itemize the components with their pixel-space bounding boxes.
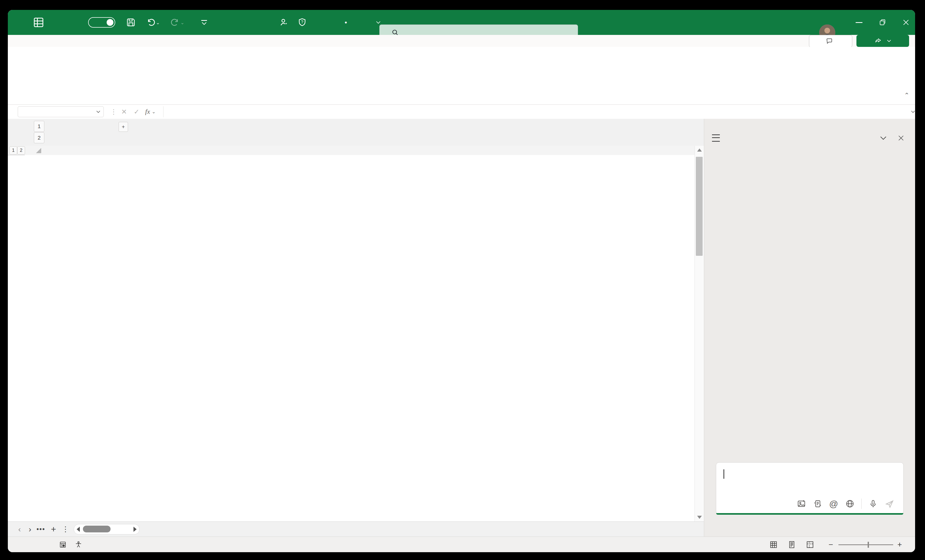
application-window: ⌄ ⌄ ? • <box>8 10 915 552</box>
copilot-collapse-chevron-icon[interactable] <box>880 136 887 140</box>
column-headers: 1 2 <box>8 146 704 155</box>
vertical-scroll-thumb[interactable] <box>696 157 703 256</box>
outline-expand-button[interactable]: + <box>119 122 128 132</box>
name-box-chevron-icon <box>96 110 100 113</box>
outline-level-2-button[interactable]: 2 <box>34 132 44 143</box>
web-search-globe-icon[interactable] <box>845 499 854 509</box>
enter-icon[interactable]: ✓ <box>131 106 142 117</box>
name-box[interactable] <box>18 106 104 117</box>
excel-app-icon[interactable] <box>33 10 44 35</box>
macro-record-icon[interactable] <box>59 537 67 552</box>
prompt-library-icon[interactable] <box>813 499 822 509</box>
autosave-toggle[interactable] <box>88 10 115 35</box>
copilot-menu-icon[interactable] <box>712 134 720 142</box>
excel-window: ⌄ ⌄ ? • <box>0 0 925 560</box>
col-outline-level-1[interactable]: 1 <box>9 146 17 155</box>
copilot-input[interactable]: @ <box>716 462 904 514</box>
zoom-out-button[interactable]: − <box>829 537 833 552</box>
outline-level-1-button[interactable]: 1 <box>34 121 44 132</box>
page-layout-view-icon[interactable] <box>787 537 796 552</box>
sheet-options-kebab-icon[interactable]: ⋮ <box>62 525 69 533</box>
scroll-up-arrow[interactable] <box>697 149 702 152</box>
ribbon-tab-row <box>8 35 915 47</box>
mention-icon[interactable]: @ <box>829 499 838 509</box>
zoom-slider-knob[interactable] <box>868 542 869 548</box>
comments-button[interactable] <box>809 35 852 47</box>
add-sheet-button[interactable]: + <box>51 524 56 534</box>
formula-bar: ⋮ ✕ ✓ fx ⌄ <box>8 105 915 119</box>
next-sheet-arrow[interactable]: › <box>29 525 31 534</box>
zoom-in-button[interactable]: + <box>897 537 902 552</box>
vertical-scrollbar[interactable] <box>695 146 704 521</box>
microphone-icon[interactable] <box>868 499 878 509</box>
share-button[interactable] <box>856 35 909 47</box>
quick-access-menu-icon[interactable] <box>201 10 207 35</box>
more-sheets-icon[interactable]: ••• <box>36 525 45 533</box>
redo-button[interactable]: ⌄ <box>170 10 184 35</box>
permissions-icon[interactable] <box>279 10 289 35</box>
status-bar: − + <box>8 537 915 552</box>
svg-text:?: ? <box>301 20 303 24</box>
cancel-icon[interactable]: ✕ <box>118 106 130 117</box>
spreadsheet-grid <box>25 155 695 521</box>
ribbon <box>8 47 915 105</box>
page-break-view-icon[interactable] <box>806 537 815 552</box>
prev-sheet-arrow[interactable]: ‹ <box>18 525 21 534</box>
drag-dots-icon[interactable]: ⋮ <box>111 106 116 117</box>
sheet-tab-strip: ‹ › ••• + ⋮ <box>8 521 704 537</box>
outline-band: 1 2 + <box>8 119 704 146</box>
collapse-ribbon-icon[interactable]: ⌃ <box>904 92 909 99</box>
toggle-knob <box>107 19 113 26</box>
insert-function-icon[interactable]: fx ⌄ <box>143 106 157 117</box>
restore-button[interactable] <box>874 10 891 35</box>
horizontal-scrollbar[interactable] <box>74 524 140 534</box>
copilot-close-icon[interactable] <box>898 135 904 141</box>
add-image-icon[interactable] <box>797 499 806 509</box>
zoom-slider[interactable] <box>838 537 893 552</box>
dot-separator: • <box>345 10 347 35</box>
title-bar: ⌄ ⌄ ? • <box>8 10 915 35</box>
share-chevron-icon <box>887 40 891 42</box>
scroll-right-arrow[interactable] <box>134 527 137 532</box>
formula-input[interactable] <box>164 105 899 119</box>
accessibility-icon[interactable] <box>75 537 82 552</box>
share-icon <box>874 37 882 45</box>
undo-button[interactable]: ⌄ <box>146 10 160 35</box>
send-icon[interactable] <box>884 499 894 509</box>
text-caret <box>723 469 724 479</box>
horizontal-scroll-thumb[interactable] <box>83 525 110 532</box>
comments-icon <box>826 38 833 45</box>
expand-formula-bar-icon[interactable] <box>908 106 915 117</box>
scroll-down-arrow[interactable] <box>697 516 702 519</box>
close-button[interactable] <box>897 10 914 35</box>
normal-view-icon[interactable] <box>769 537 778 552</box>
scroll-left-arrow[interactable] <box>77 527 80 532</box>
col-outline-level-2[interactable]: 2 <box>17 146 25 155</box>
select-all-corner[interactable] <box>36 148 41 153</box>
save-icon[interactable] <box>126 10 136 35</box>
minimize-button[interactable] <box>850 10 868 35</box>
copilot-panel: @ <box>704 119 915 537</box>
sensitivity-shield-icon[interactable]: ? <box>297 10 307 35</box>
